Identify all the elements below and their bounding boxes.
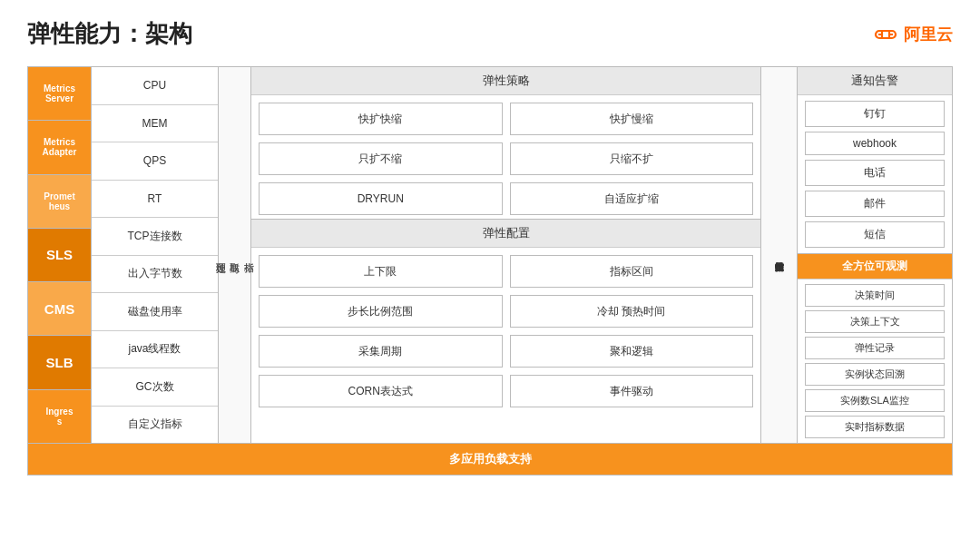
page-container: 弹性能力：架构 阿里云 Metrics Server Metrics Adapt… [0, 0, 980, 549]
policy-cell-4: 只缩不扩 [510, 142, 754, 175]
observe-sla-monitor: 实例数SLA监控 [805, 389, 945, 412]
sidebar-item-metrics-server: Metrics Server [28, 67, 91, 121]
aliyun-logo-icon [873, 22, 898, 47]
header: 弹性能力：架构 阿里云 [27, 18, 953, 50]
metrics-column: CPU MEM QPS RT TCP连接数 出入字节数 磁盘使用率 java线程… [92, 67, 219, 443]
notif-phone: 电话 [805, 160, 945, 186]
content-area: Metrics Server Metrics Adapter Promet he… [27, 66, 953, 444]
bottom-bar: 多应用负载支持 [27, 444, 953, 475]
policy-cell-3: 只扩不缩 [259, 142, 503, 175]
sidebar-item-cms: CMS [28, 282, 91, 336]
notification-items: 钉钉 webhook 电话 邮件 短信 [798, 95, 952, 253]
config-cell-6: 聚和逻辑 [510, 335, 754, 368]
notif-dingding: 钉钉 [805, 101, 945, 127]
config-cell-4: 冷却 预热时间 [510, 295, 754, 328]
metric-qps: QPS [92, 142, 218, 181]
notif-sms: 短信 [805, 221, 945, 248]
logo-text: 阿里云 [904, 24, 953, 45]
metric-java-threads: java线程数 [92, 331, 218, 369]
page-title: 弹性能力：架构 [27, 18, 192, 50]
policy-cell-1: 快扩快缩 [259, 103, 503, 135]
observe-elastic-record: 弹性记录 [805, 337, 945, 359]
notif-webhook: webhook [805, 132, 945, 155]
config-cell-8: 事件驱动 [510, 375, 754, 407]
sidebar-item-slb: SLB [28, 336, 91, 389]
middle-label: 指标抓取与预处理 [219, 67, 251, 443]
policy-header: 弹性策略 [251, 67, 760, 95]
logo-area: 阿里云 [873, 22, 953, 47]
metric-cpu: CPU [92, 67, 218, 105]
config-cell-2: 指标区间 [510, 255, 754, 288]
main-layout: Metrics Server Metrics Adapter Promet he… [27, 66, 953, 475]
observe-realtime-metrics: 实时指标数据 [805, 416, 945, 438]
metric-disk: 磁盘使用率 [92, 293, 218, 331]
notification-area: 通知告警 钉钉 webhook 电话 邮件 短信 全方位可观测 决策时间 决策上… [798, 67, 952, 443]
sidebar-item-sls: SLS [28, 229, 91, 282]
observe-decision-time: 决策时间 [805, 284, 945, 307]
sidebar-item-ingress: Ingres s [28, 390, 91, 443]
sidebar: Metrics Server Metrics Adapter Promet he… [28, 67, 92, 443]
metric-custom: 自定义指标 [92, 407, 218, 444]
observe-header: 全方位可观测 [798, 253, 952, 279]
config-cell-5: 采集周期 [259, 335, 503, 368]
policy-grid: 快扩快缩 快扩慢缩 只扩不缩 只缩不扩 DRYRUN 自适应扩缩 [251, 95, 760, 219]
config-cell-1: 上下限 [259, 255, 503, 288]
trigger-column: 触发行为执行扩缩切流全链路伸缩 [761, 67, 798, 443]
config-cell-3: 步长比例范围 [259, 295, 503, 328]
sidebar-item-prometheus: Promet heus [28, 175, 91, 229]
policy-cell-5: DRYRUN [259, 182, 503, 215]
observe-items: 决策时间 决策上下文 弹性记录 实例状态回溯 实例数SLA监控 实时指标数据 [798, 279, 952, 443]
sidebar-item-metrics-adapter: Metrics Adapter [28, 121, 91, 174]
policy-cell-2: 快扩慢缩 [510, 103, 754, 135]
notification-header: 通知告警 [798, 67, 952, 95]
metric-tcp: TCP连接数 [92, 218, 218, 256]
metric-bytes: 出入字节数 [92, 256, 218, 294]
config-grid: 上下限 指标区间 步长比例范围 冷却 预热时间 采集周期 聚和逻辑 CORN表达… [251, 248, 760, 413]
observe-instance-state: 实例状态回溯 [805, 363, 945, 386]
observe-decision-context: 决策上下文 [805, 310, 945, 333]
notif-email: 邮件 [805, 191, 945, 217]
config-header: 弹性配置 [251, 219, 760, 248]
policy-area: 弹性策略 快扩快缩 快扩慢缩 只扩不缩 只缩不扩 DRYRUN 自适应扩缩 弹性… [251, 67, 761, 443]
metric-rt: RT [92, 181, 218, 219]
metric-mem: MEM [92, 105, 218, 143]
config-cell-7: CORN表达式 [259, 375, 503, 407]
policy-cell-6: 自适应扩缩 [510, 182, 754, 215]
metric-gc: GC次数 [92, 368, 218, 407]
